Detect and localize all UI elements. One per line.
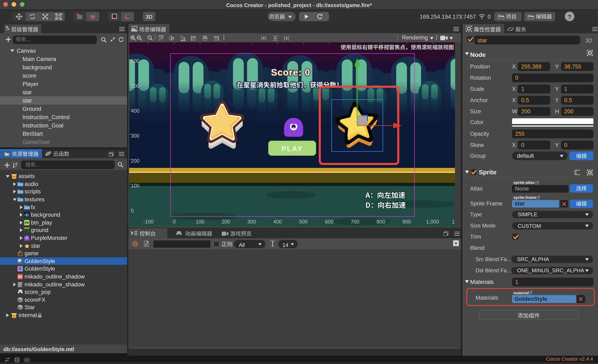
svg-text:100: 100 — [131, 183, 140, 188]
svg-text:PLAY: PLAY — [281, 145, 303, 152]
svg-text:0: 0 — [131, 208, 134, 213]
svg-text:1,100: 1,100 — [452, 218, 455, 224]
svg-text:0: 0 — [173, 218, 176, 224]
svg-text:300: 300 — [131, 133, 140, 138]
svg-text:700: 700 — [351, 218, 359, 224]
svg-text:-100: -100 — [143, 218, 154, 224]
svg-text:900: 900 — [402, 218, 411, 224]
svg-text:600: 600 — [131, 58, 140, 64]
svg-text:200: 200 — [131, 158, 140, 163]
svg-text:400: 400 — [273, 218, 282, 224]
svg-text:Score: 0: Score: 0 — [271, 67, 310, 77]
svg-text:500: 500 — [299, 218, 308, 224]
svg-text:S: S — [18, 267, 21, 271]
svg-text:400: 400 — [131, 108, 140, 113]
svg-text:800: 800 — [376, 218, 385, 224]
svg-text:300: 300 — [247, 218, 256, 224]
svg-text:200: 200 — [222, 218, 230, 224]
svg-text:Bf: Bf — [18, 275, 22, 279]
svg-text:600: 600 — [325, 218, 334, 224]
svg-text:500: 500 — [131, 83, 140, 89]
svg-text:100: 100 — [196, 218, 205, 224]
svg-text:1,000: 1,000 — [426, 218, 439, 224]
